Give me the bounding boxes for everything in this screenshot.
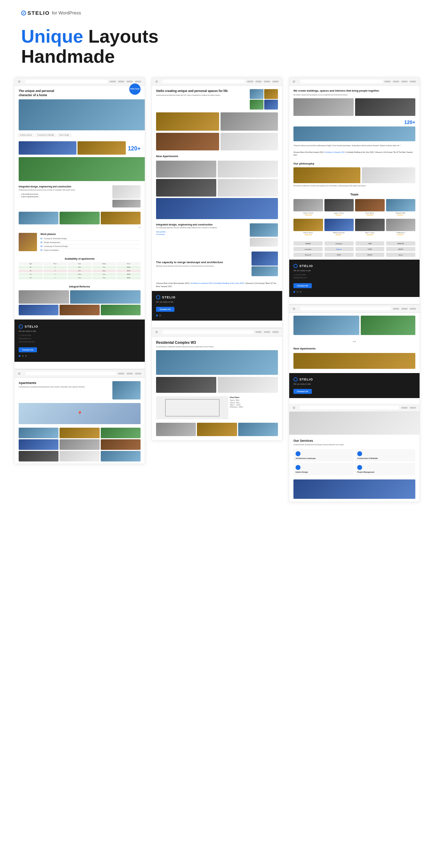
logo-1: BRAND xyxy=(293,241,323,246)
nav-link-c2-2[interactable] xyxy=(255,81,262,82)
nav-link[interactable] xyxy=(126,81,133,82)
col1-reform-img5 xyxy=(101,305,141,315)
avail-header-row: Type Floor Size Status Price xyxy=(19,262,141,265)
footer-dot-1 xyxy=(19,355,20,357)
browser-url-b xyxy=(25,372,116,375)
team-avatar-3 xyxy=(355,199,385,211)
nav-link-c2-b2[interactable] xyxy=(264,331,270,333)
column-2: Stelio creating unique and personal spac… xyxy=(151,77,283,441)
footer-dot-c3-2 xyxy=(297,291,298,293)
col1-integrated-body: Professional architectural services from… xyxy=(19,189,110,191)
col3-philosophy-title: Our philosophy xyxy=(293,162,415,165)
col3-ocean-final-img xyxy=(293,479,415,499)
logo-3: FIRM xyxy=(355,241,385,246)
team-stars-3: ★★★★★ xyxy=(355,214,385,216)
col3-footer-btn[interactable]: Contact Us xyxy=(293,283,312,288)
col1-footer-btn[interactable]: Contact Us xyxy=(19,347,37,352)
col2-ready-section: STELIO We are ready to talk Contact Us xyxy=(152,291,282,321)
nav-link-b3[interactable] xyxy=(135,373,141,374)
col3-prop-img2 xyxy=(361,316,415,335)
col3-team-img2 xyxy=(355,98,415,116)
avail-cell-taken: Taken xyxy=(92,269,116,272)
nav-link-c2-b3[interactable] xyxy=(272,331,279,333)
footer-dot-c3-3 xyxy=(300,291,302,293)
nav-link-c2-1[interactable] xyxy=(247,81,253,82)
nav-link-c2-b1[interactable] xyxy=(255,331,262,333)
col2-footer-btn[interactable]: Contact Us xyxy=(156,307,174,312)
avail-cell-taken: $320k xyxy=(117,269,141,272)
col2-residential-header: Residental Complex W3 A contemporary res… xyxy=(152,336,282,350)
col1-integral-title: Integral Reforms xyxy=(19,285,141,288)
col2-apts-imgs-row1 xyxy=(152,161,282,179)
col2-btm-img1 xyxy=(156,423,196,436)
logo-5: vista plam xyxy=(293,247,323,251)
team-stars-6: ★★★★☆ xyxy=(324,234,354,236)
residential-main-img xyxy=(156,350,278,375)
nav-link[interactable] xyxy=(118,81,124,82)
col1-work-phases-img xyxy=(19,233,37,251)
phase-item-4: 04 Project Completion xyxy=(41,248,141,252)
col3-logos-section: BRAND boulanger FIRM WINSTOP vista plam … xyxy=(289,238,420,260)
col3-hero-text: We create buildings, spaces and interior… xyxy=(293,89,415,96)
col2-hero-section: Stelio creating unique and personal spac… xyxy=(152,86,282,112)
nav-link-c2-3[interactable] xyxy=(264,81,270,82)
nav-link-b2[interactable] xyxy=(126,373,133,374)
nav-link-c3-b1[interactable] xyxy=(393,308,399,310)
team-stars-8: ★★★★☆ xyxy=(386,234,416,236)
nav-link-c3-1[interactable] xyxy=(384,81,391,82)
col2-hero-img4 xyxy=(264,100,278,110)
team-avatar-6 xyxy=(324,219,354,231)
browser-url-c2-b xyxy=(163,330,253,334)
nav-link-c3-4[interactable] xyxy=(410,81,416,82)
browser-nav-c2-b xyxy=(255,331,279,333)
nav-link-c3-c2[interactable] xyxy=(410,407,416,409)
floor-plan-outline xyxy=(165,399,219,416)
col2-floor-plan-row: Floor Plans Type A - 85m²Type B - 95m²Ty… xyxy=(156,396,278,419)
col1-apts-title: Apartments xyxy=(19,381,85,385)
col3-stats-section: 120+ xyxy=(289,118,420,125)
col2-residential-section: Residental Complex W3 A contemporary res… xyxy=(152,328,282,440)
col2-ready-icon xyxy=(156,295,160,299)
col1-apts-grid-row3 xyxy=(19,451,141,461)
col2-res-img1 xyxy=(156,377,216,393)
avail-cell-taken: B2 xyxy=(19,269,43,272)
col3-phil-img1 xyxy=(293,167,360,183)
col3-footer-btn-b[interactable]: Contact Us xyxy=(293,389,312,394)
col1-integrated-images xyxy=(112,185,141,207)
avail-cell: Free xyxy=(92,273,116,276)
avail-cell: 2 xyxy=(43,266,67,269)
col1-img2 xyxy=(78,141,126,155)
nav-link-c3-3[interactable] xyxy=(401,81,408,82)
col2-award-link[interactable]: Architizer A+Awards 2021/ Archdaily Buil… xyxy=(191,282,244,284)
col3-award-link[interactable]: Architizer A+Awards 2021 xyxy=(325,151,345,153)
service-item-4: Project Management xyxy=(355,463,415,475)
col2-link1[interactable]: View portfolio → xyxy=(156,231,247,233)
avail-header-2: Floor xyxy=(43,262,67,265)
logo-subtext: for WordPress xyxy=(52,10,81,16)
nav-link-c3-b2[interactable] xyxy=(401,308,408,310)
col1-hero-badge: Stelio Guide xyxy=(129,83,141,95)
nav-link-c3-2[interactable] xyxy=(393,81,399,82)
col1-map-placeholder: 📍 xyxy=(19,403,141,424)
browser-bar-col1-b xyxy=(14,370,145,378)
nav-link-c3-b3[interactable] xyxy=(410,308,416,310)
col2-link2[interactable]: Our process → xyxy=(156,234,247,235)
col2-interior-img1 xyxy=(156,133,219,150)
nav-link[interactable] xyxy=(135,81,141,82)
col2-new-apts-section: New Apartments xyxy=(152,153,282,161)
nav-link-c2-4[interactable] xyxy=(272,81,279,82)
service-icon-2 xyxy=(357,451,362,456)
col2-integrated-links: View portfolio → Our process → xyxy=(156,231,247,235)
col2-big-imgs-row xyxy=(152,112,282,133)
team-member-3: Eva H. Moore ★★★★★ xyxy=(355,199,385,216)
nav-link-b1[interactable] xyxy=(118,373,124,374)
col2-interior-row xyxy=(152,133,282,153)
nav-link-c3-c1[interactable] xyxy=(401,407,408,409)
column-1: The unique and personal character of a h… xyxy=(14,77,145,464)
service-label-1: Architecture Landscape xyxy=(296,457,352,459)
apt-img6 xyxy=(101,439,141,450)
nav-link[interactable] xyxy=(110,81,116,82)
service-icon-3 xyxy=(296,465,300,470)
col1-sm-img3 xyxy=(101,212,141,224)
apt-img8 xyxy=(60,451,99,461)
